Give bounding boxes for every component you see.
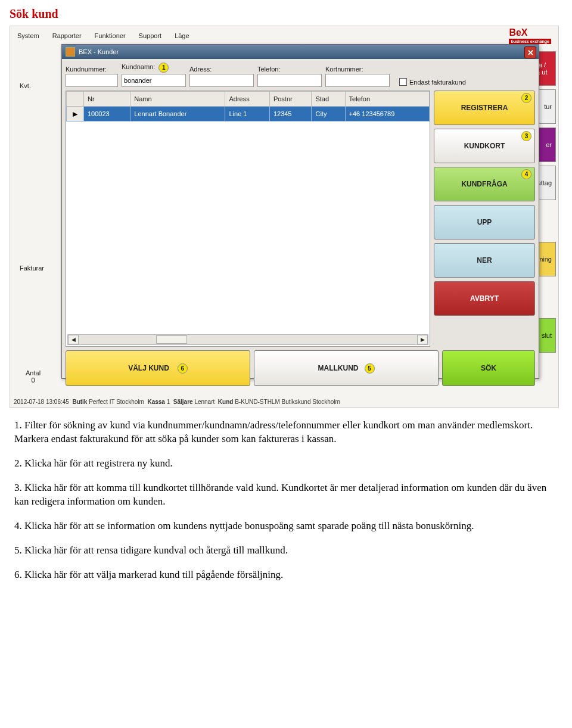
menu-lage[interactable]: Läge xyxy=(175,32,189,39)
application-screenshot: System Rapporter Funktioner Support Läge… xyxy=(10,26,559,408)
status-kund-label: Kund xyxy=(218,399,234,405)
menu-rapporter[interactable]: Rapporter xyxy=(52,32,82,39)
table-row[interactable]: ▶ 100023 Lennart Bonander Line 1 12345 C… xyxy=(67,107,430,122)
instruction-3: 3. Klicka här för att komma till kundkor… xyxy=(14,481,558,509)
status-bar: 2012-07-18 13:06:45 Butik Perfect IT Sto… xyxy=(14,399,340,405)
row-marker-icon: ▶ xyxy=(67,107,84,122)
scroll-right-icon[interactable]: ▶ xyxy=(417,335,428,344)
horizontal-scrollbar[interactable]: ◀ ▶ xyxy=(67,334,428,345)
status-butik-value: Perfect IT Stockholm xyxy=(89,399,144,405)
status-kassa-label: Kassa xyxy=(147,399,164,405)
instruction-2: 2. Klicka här för att registrera ny kund… xyxy=(14,457,558,471)
kundkort-label: KUNDKORT xyxy=(464,142,505,150)
instruction-1: 1. Filter för sökning av kund via kundnu… xyxy=(14,419,558,446)
registrera-label: REGISTRERA xyxy=(461,104,508,112)
menubar: System Rapporter Funktioner Support Läge xyxy=(10,26,558,45)
bg-antal: Antal 0 xyxy=(26,369,41,384)
kundnummer-label: Kundnummer: xyxy=(66,66,118,73)
col-stad[interactable]: Stad xyxy=(312,92,345,107)
col-postnr[interactable]: Postnr xyxy=(269,92,312,107)
status-timestamp: 2012-07-18 13:06:45 xyxy=(14,399,69,405)
status-saljare-label: Säljare xyxy=(173,399,193,405)
instruction-5: 5. Klicka här för att rensa tidigare kun… xyxy=(14,544,558,558)
status-kund-value: B-KUND-STHLM Butikskund Stockholm xyxy=(235,399,340,405)
dialog-titlebar[interactable]: BEX - Kunder ✕ xyxy=(62,45,539,59)
valj-kund-label: VÄLJ KUND xyxy=(128,364,169,372)
results-grid[interactable]: Nr Namn Adress Postnr Stad Telefon ▶ 100… xyxy=(66,91,430,347)
filter-badge-1: 1 xyxy=(158,63,169,73)
badge-5: 5 xyxy=(365,363,375,374)
cell-nr: 100023 xyxy=(84,107,130,122)
grid-corner xyxy=(67,92,84,107)
sok-label: SÖK xyxy=(481,364,496,372)
cell-stad: City xyxy=(312,107,345,122)
adress-input[interactable] xyxy=(189,74,254,87)
col-telefon[interactable]: Telefon xyxy=(345,92,429,107)
bottom-buttons: VÄLJ KUND 6 MALLKUND 5 SÖK xyxy=(66,350,535,386)
endast-fakturakund-checkbox[interactable]: Endast fakturakund xyxy=(399,78,466,86)
kundnamn-input[interactable] xyxy=(122,74,186,87)
col-nr[interactable]: Nr xyxy=(84,92,130,107)
upp-label: UPP xyxy=(477,218,492,226)
menu-funktioner[interactable]: Funktioner xyxy=(95,32,126,39)
bg-antal-label: Antal xyxy=(26,369,41,377)
close-icon[interactable]: ✕ xyxy=(524,46,536,58)
kortnummer-input[interactable] xyxy=(325,74,390,87)
kundnamn-label-text: Kundnamn: xyxy=(122,63,155,70)
menu-support[interactable]: Support xyxy=(139,32,162,39)
kundfraga-button[interactable]: KUNDFRÅGA 4 xyxy=(434,167,535,201)
bg-kvt-label: Kvt. xyxy=(20,82,31,89)
brand-logo-sub: business exchange xyxy=(509,39,551,44)
kundnamn-label: Kundnamn: 1 xyxy=(122,63,186,73)
col-adress[interactable]: Adress xyxy=(225,92,269,107)
kundnummer-input[interactable] xyxy=(66,74,118,87)
scroll-left-icon[interactable]: ◀ xyxy=(68,335,79,344)
upp-button[interactable]: UPP xyxy=(434,205,535,239)
bg-faktura-label: Fakturar xyxy=(20,265,44,272)
scroll-thumb[interactable] xyxy=(156,335,187,344)
dialog-title: BEX - Kunder xyxy=(79,48,119,55)
badge-6: 6 xyxy=(178,363,188,374)
instruction-list: 1. Filter för sökning av kund via kundnu… xyxy=(14,419,558,582)
avbryt-button[interactable]: AVBRYT xyxy=(434,281,535,316)
kortnummer-label: Kortnummer: xyxy=(325,66,390,73)
ner-button[interactable]: NER xyxy=(434,243,535,278)
registrera-button[interactable]: REGISTRERA 2 xyxy=(434,91,535,125)
status-butik-label: Butik xyxy=(72,399,87,405)
kunder-dialog: BEX - Kunder ✕ Kundnummer: Kundnamn: 1 xyxy=(61,44,539,379)
menu-system[interactable]: System xyxy=(17,32,39,39)
valj-kund-button[interactable]: VÄLJ KUND 6 xyxy=(66,350,250,386)
telefon-label: Telefon: xyxy=(257,66,322,73)
cell-postnr: 12345 xyxy=(269,107,312,122)
sok-button[interactable]: SÖK xyxy=(442,350,535,386)
kundkort-button[interactable]: KUNDKORT 3 xyxy=(434,129,535,163)
brand-logo: BeX business exchange xyxy=(509,27,551,44)
telefon-input[interactable] xyxy=(257,74,322,87)
checkbox-icon xyxy=(399,78,407,86)
cell-adress: Line 1 xyxy=(225,107,269,122)
brand-logo-text: BeX xyxy=(509,27,527,38)
side-buttons: REGISTRERA 2 KUNDKORT 3 KUNDFRÅGA 4 UP xyxy=(434,91,535,347)
badge-2: 2 xyxy=(521,93,531,103)
badge-3: 3 xyxy=(521,131,531,141)
bg-antal-value: 0 xyxy=(26,377,41,384)
mallkund-button[interactable]: MALLKUND 5 xyxy=(254,350,439,386)
status-saljare-value: Lennart xyxy=(194,399,214,405)
dialog-app-icon xyxy=(66,47,75,57)
avbryt-label: AVBRYT xyxy=(470,294,499,303)
cell-namn: Lennart Bonander xyxy=(130,107,225,122)
page-title: Sök kund xyxy=(10,7,562,21)
mallkund-label: MALLKUND xyxy=(318,364,359,372)
filter-row: Kundnummer: Kundnamn: 1 Adress: xyxy=(66,63,535,87)
cell-telefon: +46 123456789 xyxy=(345,107,429,122)
ner-label: NER xyxy=(477,256,492,265)
instruction-6: 6. Klicka här för att välja markerad kun… xyxy=(14,568,558,582)
kundfraga-label: KUNDFRÅGA xyxy=(461,180,507,188)
adress-label: Adress: xyxy=(189,66,254,73)
instruction-4: 4. Klicka här för att se information om … xyxy=(14,519,558,533)
checkbox-label: Endast fakturakund xyxy=(409,79,466,86)
col-namn[interactable]: Namn xyxy=(130,92,225,107)
scroll-track[interactable] xyxy=(79,335,417,344)
status-kassa-value: 1 xyxy=(167,399,170,405)
badge-4: 4 xyxy=(521,169,531,179)
